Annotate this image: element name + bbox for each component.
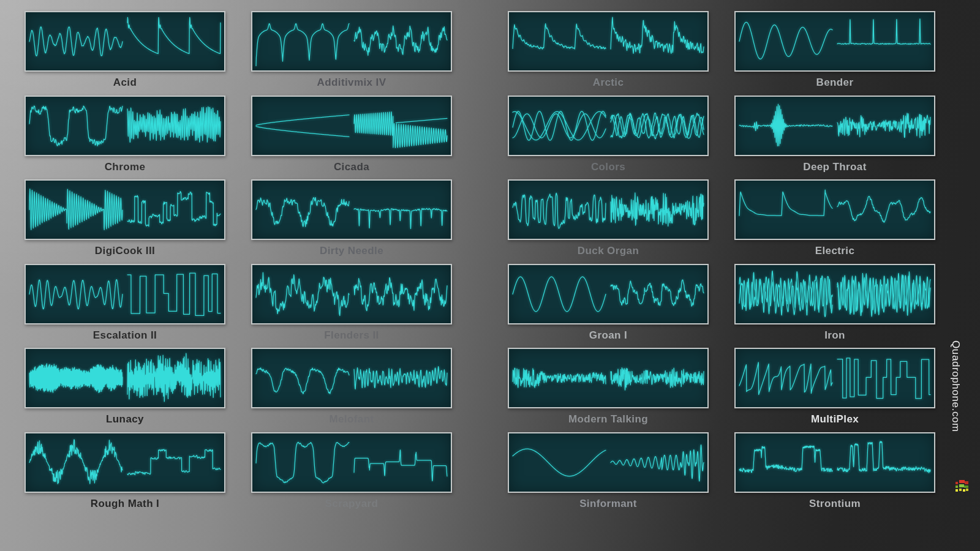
wavetable-label: Flenders II xyxy=(251,328,452,343)
wavetable-label: Groan I xyxy=(508,328,709,343)
waveform-display xyxy=(252,97,451,155)
wavetable-cell: DigiCook III xyxy=(24,179,225,264)
wavetable-label: Chrome xyxy=(24,159,225,175)
wave-panel[interactable] xyxy=(508,348,709,408)
waveform-display xyxy=(252,349,451,407)
wavetable-cell: Lunacy xyxy=(24,348,225,432)
wavetable-label: Acid xyxy=(24,75,225,91)
wave-panel[interactable] xyxy=(734,96,935,156)
wavetable-cell: Scrapyard xyxy=(251,432,452,517)
waveform-display xyxy=(26,12,224,70)
wavetable-cell: Bender xyxy=(734,11,935,96)
wavetable-gallery-screen: Acid Additivmix IV Chrome Cicada xyxy=(0,0,980,551)
wave-panel[interactable] xyxy=(734,348,935,408)
wavetable-label: Deep Throat xyxy=(734,159,935,175)
wave-panel[interactable] xyxy=(251,432,452,493)
wavetable-cell: Groan I xyxy=(508,264,709,348)
wavetable-label: Lunacy xyxy=(24,411,225,427)
wavetable-cell: Duck Organ xyxy=(508,179,709,264)
wave-panel[interactable] xyxy=(24,264,225,324)
wavetable-label: Additivmix IV xyxy=(251,75,452,91)
grid-group-right: Arctic Bender Colors Deep Throat xyxy=(508,11,935,516)
wave-panel[interactable] xyxy=(734,11,935,72)
waveform-display xyxy=(509,265,707,323)
wavetable-label: Escalation II xyxy=(24,328,225,343)
wavetable-label: DigiCook III xyxy=(24,243,225,259)
wave-panel[interactable] xyxy=(508,179,709,240)
waveform-display xyxy=(252,181,451,239)
waveform-display xyxy=(252,265,451,323)
wavetable-cell: Escalation II xyxy=(24,264,225,348)
waveform-display xyxy=(509,12,707,70)
waveform-display xyxy=(736,181,934,239)
waveform-display xyxy=(252,433,451,492)
wavetable-cell: Additivmix IV xyxy=(251,11,452,96)
wavetable-cell: Acid xyxy=(24,11,225,96)
wavetable-label: Electric xyxy=(734,243,935,259)
quadrophone-logo-icon[interactable] xyxy=(956,480,969,493)
waveform-display xyxy=(736,97,934,155)
wavetable-cell: Flenders II xyxy=(251,264,452,348)
wavetable-cell: Dirty Needle xyxy=(251,179,452,264)
wavetable-cell: Cicada xyxy=(251,96,452,180)
wavetable-cell: Iron xyxy=(734,264,935,348)
wave-panel[interactable] xyxy=(508,432,709,493)
wavetable-cell: Colors xyxy=(508,96,709,180)
wavetable-cell: Strontium xyxy=(734,432,935,517)
wave-panel[interactable] xyxy=(508,96,709,156)
wave-panel[interactable] xyxy=(251,96,452,156)
wavetable-label: Colors xyxy=(508,159,709,175)
wave-panel[interactable] xyxy=(24,96,225,156)
wavetable-label: Iron xyxy=(734,328,935,343)
waveform-display xyxy=(736,349,934,407)
wave-panel[interactable] xyxy=(734,432,935,493)
wave-panel[interactable] xyxy=(251,179,452,240)
wavetable-cell: Chrome xyxy=(24,96,225,180)
wavetable-label: Modern Talking xyxy=(508,411,709,427)
wavetable-label: Strontium xyxy=(734,496,935,512)
waveform-display xyxy=(509,433,707,492)
waveform-display xyxy=(509,97,707,155)
waveform-display xyxy=(26,181,224,239)
site-watermark-link[interactable]: Quadrophone.com xyxy=(949,340,962,432)
wave-panel[interactable] xyxy=(24,348,225,408)
wave-panel[interactable] xyxy=(251,348,452,408)
wave-panel[interactable] xyxy=(734,264,935,324)
waveform-display xyxy=(252,12,451,70)
wave-panel[interactable] xyxy=(508,11,709,72)
waveform-display xyxy=(509,181,707,239)
waveform-display xyxy=(26,97,224,155)
wavetable-label: Melofant xyxy=(251,411,452,427)
wavetable-cell: Sinformant xyxy=(508,432,709,517)
wavetable-label: Dirty Needle xyxy=(251,243,452,259)
wavetable-grid: Acid Additivmix IV Chrome Cicada xyxy=(24,11,935,516)
wave-panel[interactable] xyxy=(24,11,225,72)
wavetable-cell: Rough Math I xyxy=(24,432,225,517)
wave-panel[interactable] xyxy=(508,264,709,324)
wavetable-cell: Arctic xyxy=(508,11,709,96)
wave-panel[interactable] xyxy=(251,11,452,72)
waveform-display xyxy=(736,12,934,70)
waveform-display xyxy=(26,433,224,492)
wavetable-cell: Electric xyxy=(734,179,935,264)
waveform-display xyxy=(26,265,224,323)
wavetable-cell: Modern Talking xyxy=(508,348,709,432)
wavetable-label: Rough Math I xyxy=(24,496,225,512)
wavetable-label: MultiPlex xyxy=(734,411,935,427)
wavetable-label: Arctic xyxy=(508,75,709,91)
wavetable-label: Bender xyxy=(734,75,935,91)
wavetable-cell: Deep Throat xyxy=(734,96,935,180)
waveform-display xyxy=(26,349,224,407)
waveform-display xyxy=(509,349,707,407)
waveform-display xyxy=(736,433,934,492)
wavetable-label: Cicada xyxy=(251,159,452,175)
wave-panel[interactable] xyxy=(251,264,452,324)
wavetable-label: Scrapyard xyxy=(251,496,452,512)
wave-panel[interactable] xyxy=(24,179,225,240)
wavetable-label: Duck Organ xyxy=(508,243,709,259)
waveform-display xyxy=(736,265,934,323)
grid-group-left: Acid Additivmix IV Chrome Cicada xyxy=(24,11,452,516)
wave-panel[interactable] xyxy=(734,179,935,240)
wavetable-cell: MultiPlex xyxy=(734,348,935,432)
wave-panel[interactable] xyxy=(24,432,225,493)
